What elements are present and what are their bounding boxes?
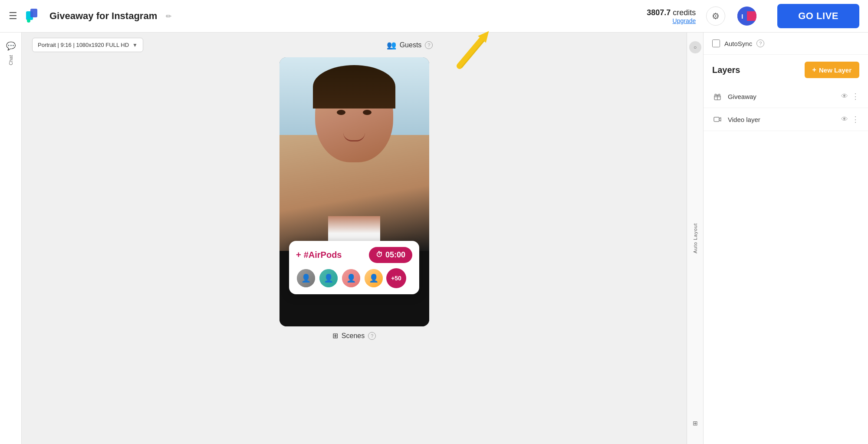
smile bbox=[343, 133, 365, 141]
avatar-1: 👤 bbox=[296, 268, 316, 288]
chat-icon: 💬 bbox=[6, 41, 16, 51]
al-circle-icon: ○ bbox=[694, 44, 697, 50]
canvas-area: Portrait | 9:16 | 1080x1920 FULL HD ▼ 👥 … bbox=[22, 33, 687, 444]
autosync-checkbox[interactable] bbox=[712, 39, 720, 47]
giveaway-top-row: + #AirPods ⏱ 05:00 bbox=[296, 247, 412, 263]
scenes-label: Scenes bbox=[342, 332, 365, 340]
layer-item-giveaway[interactable]: Giveaway 👁 ⋮ bbox=[704, 85, 868, 108]
video-layer-more-icon[interactable]: ⋮ bbox=[852, 115, 859, 124]
auto-layout-label: Auto Layout bbox=[693, 223, 698, 253]
giveaway-card: + #AirPods ⏱ 05:00 👤 👤 bbox=[289, 241, 419, 294]
settings-button[interactable]: ⚙ bbox=[706, 7, 725, 26]
timer-badge: ⏱ 05:00 bbox=[369, 247, 412, 263]
video-layer-actions: 👁 ⋮ bbox=[841, 115, 859, 124]
arrow-annotation-svg bbox=[447, 14, 516, 75]
svg-rect-1 bbox=[30, 9, 37, 17]
autosync-label: AutoSync bbox=[724, 40, 752, 47]
svg-line-5 bbox=[461, 41, 483, 68]
credits-area: 3807.7 credits Upgrade bbox=[647, 8, 696, 24]
format-select[interactable]: Portrait | 9:16 | 1080x1920 FULL HD ▼ bbox=[32, 38, 143, 52]
avatar-2: 👤 bbox=[319, 268, 339, 288]
avatar-4: 👤 bbox=[364, 268, 384, 288]
giveaway-layer-icon bbox=[712, 91, 723, 102]
format-chevron-icon: ▼ bbox=[132, 42, 138, 48]
go-live-button[interactable]: GO LIVE bbox=[777, 4, 859, 28]
profile-top: I bbox=[737, 11, 747, 21]
guests-help-icon[interactable]: ? bbox=[425, 41, 433, 49]
profile-initial: I bbox=[741, 13, 743, 20]
scenes-button[interactable]: ⊞ Scenes ? bbox=[332, 332, 376, 340]
right-panel: AutoSync ? Layers + New Layer Giveaway 👁… bbox=[703, 33, 868, 444]
al-bottom-icons: ⊞ bbox=[693, 420, 698, 427]
canvas-bottombar: ⊞ Scenes ? bbox=[22, 326, 687, 345]
guests-button[interactable]: 👥 Guests ? bbox=[387, 40, 433, 50]
video-layer-name: Video layer bbox=[728, 116, 836, 123]
chat-sidebar-item[interactable]: 💬 Chat bbox=[6, 41, 16, 65]
right-eye bbox=[363, 110, 372, 115]
timer-value: 05:00 bbox=[385, 250, 405, 260]
layers-header: Layers + New Layer bbox=[704, 55, 868, 85]
video-layer-icon bbox=[712, 114, 723, 125]
layer-item-video[interactable]: Video layer 👁 ⋮ bbox=[704, 108, 868, 131]
logo[interactable] bbox=[24, 7, 43, 25]
app-title: Giveaway for Instagram bbox=[49, 10, 157, 22]
header: ☰ Giveaway for Instagram ✏ 3807.7 credit… bbox=[0, 0, 868, 33]
scenes-icon: ⊞ bbox=[332, 332, 338, 340]
giveaway-layer-actions: 👁 ⋮ bbox=[841, 92, 859, 101]
phone-frame: + #AirPods ⏱ 05:00 👤 👤 bbox=[279, 57, 429, 326]
new-layer-plus-icon: + bbox=[812, 66, 816, 74]
giveaway-layer-name: Giveaway bbox=[728, 93, 836, 100]
left-eye bbox=[337, 110, 345, 115]
left-sidebar: 💬 Chat bbox=[0, 33, 22, 444]
giveaway-layer-more-icon[interactable]: ⋮ bbox=[852, 92, 859, 101]
svg-point-2 bbox=[27, 19, 30, 23]
giveaway-layer-eye-icon[interactable]: 👁 bbox=[841, 92, 848, 100]
hashtag-label: + #AirPods bbox=[296, 250, 342, 260]
canvas-preview-wrapper: + #AirPods ⏱ 05:00 👤 👤 bbox=[279, 57, 429, 326]
hair bbox=[313, 65, 395, 109]
hashtag-text: #AirPods bbox=[304, 250, 342, 260]
new-layer-label: New Layer bbox=[819, 66, 852, 74]
autosync-row: AutoSync ? bbox=[704, 33, 868, 55]
edit-icon[interactable]: ✏ bbox=[166, 12, 171, 20]
format-label: Portrait | 9:16 | 1080x1920 FULL HD bbox=[38, 42, 129, 48]
hamburger-icon[interactable]: ☰ bbox=[9, 10, 17, 22]
svg-rect-7 bbox=[714, 117, 719, 122]
person-image bbox=[279, 57, 429, 251]
credits-label: credits bbox=[671, 8, 696, 17]
autosync-help-icon[interactable]: ? bbox=[756, 39, 764, 47]
profile-bottom bbox=[747, 11, 756, 21]
credits-value: 3807.7 bbox=[647, 8, 671, 17]
canvas-topbar: Portrait | 9:16 | 1080x1920 FULL HD ▼ 👥 … bbox=[22, 33, 687, 57]
scenes-help-icon[interactable]: ? bbox=[368, 332, 376, 340]
guests-label: Guests bbox=[400, 41, 422, 49]
plus-symbol: + bbox=[296, 250, 301, 260]
profile-button[interactable]: I bbox=[737, 7, 756, 26]
avatar-3: 👤 bbox=[341, 268, 361, 288]
svg-line-3 bbox=[460, 39, 482, 66]
clock-icon: ⏱ bbox=[376, 251, 383, 259]
new-layer-button[interactable]: + New Layer bbox=[805, 62, 859, 78]
main-layout: 💬 Chat Portrait | 9:16 | 1080x1920 FULL … bbox=[0, 33, 868, 444]
upgrade-link[interactable]: Upgrade bbox=[647, 17, 696, 24]
avatars-row: 👤 👤 👤 👤 +50 bbox=[296, 268, 412, 288]
layers-title: Layers bbox=[712, 65, 740, 75]
avatar-count-badge: +50 bbox=[386, 268, 406, 288]
auto-layout-panel[interactable]: ○ Auto Layout ⊞ bbox=[687, 33, 703, 444]
guests-icon: 👥 bbox=[387, 40, 396, 50]
video-layer-eye-icon[interactable]: 👁 bbox=[841, 115, 848, 123]
chat-label: Chat bbox=[8, 55, 13, 65]
al-top-icon: ○ bbox=[689, 41, 701, 53]
al-grid-icon: ⊞ bbox=[693, 420, 698, 427]
